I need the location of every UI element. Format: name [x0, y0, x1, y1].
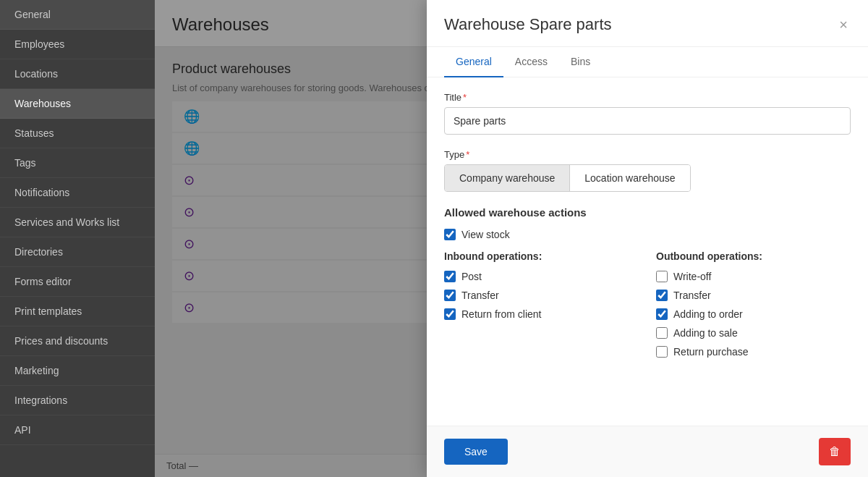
- outbound-op-row-add-order: Adding to order: [656, 308, 851, 320]
- sidebar-item-print-templates[interactable]: Print templates: [0, 297, 155, 326]
- main-content: Warehouses Product warehouses List of co…: [155, 0, 868, 477]
- sidebar-item-directories[interactable]: Directories: [0, 237, 155, 267]
- sidebar-item-prices-discounts[interactable]: Prices and discounts: [0, 326, 155, 356]
- trash-icon: 🗑: [829, 445, 841, 457]
- outbound-add-order-label: Adding to order: [673, 308, 743, 320]
- sidebar-item-employees[interactable]: Employees: [0, 30, 155, 59]
- inbound-post-checkbox[interactable]: [444, 271, 456, 282]
- company-warehouse-button[interactable]: Company warehouse: [445, 165, 570, 191]
- delete-button[interactable]: 🗑: [819, 438, 851, 465]
- outbound-op-row-add-sale: Adding to sale: [656, 327, 851, 339]
- sidebar-item-warehouses[interactable]: Warehouses: [0, 89, 155, 119]
- tab-general[interactable]: General: [444, 47, 503, 77]
- type-field-group: Type* Company warehouse Location warehou…: [444, 149, 851, 192]
- inbound-return-client-label: Return from client: [461, 308, 541, 320]
- modal-footer: Save 🗑: [427, 426, 868, 477]
- outbound-label: Outbound operations:: [656, 250, 851, 262]
- inbound-column: Inbound operations: PostTransferReturn f…: [444, 250, 639, 365]
- outbound-add-sale-label: Adding to sale: [673, 327, 738, 339]
- sidebar-item-general[interactable]: General: [0, 0, 155, 30]
- close-button[interactable]: ×: [836, 14, 851, 35]
- sidebar-item-services-works[interactable]: Services and Works list: [0, 208, 155, 237]
- view-stock-row: View stock: [444, 229, 851, 240]
- tab-bins[interactable]: Bins: [559, 47, 602, 77]
- inbound-op-row-return-client: Return from client: [444, 308, 639, 320]
- outbound-add-order-checkbox[interactable]: [656, 308, 668, 320]
- sidebar: GeneralEmployeesLocationsWarehousesStatu…: [0, 0, 155, 477]
- operations-grid: Inbound operations: PostTransferReturn f…: [444, 250, 851, 365]
- outbound-return-purchase-checkbox[interactable]: [656, 346, 668, 358]
- sidebar-item-tags[interactable]: Tags: [0, 148, 155, 178]
- sidebar-item-notifications[interactable]: Notifications: [0, 178, 155, 208]
- inbound-post-label: Post: [461, 271, 482, 282]
- save-button[interactable]: Save: [444, 439, 508, 465]
- inbound-op-row-transfer-in: Transfer: [444, 290, 639, 301]
- modal-header: Warehouse Spare parts ×: [427, 0, 868, 47]
- modal-title: Warehouse Spare parts: [444, 15, 612, 34]
- modal-tabs: GeneralAccessBins: [427, 47, 868, 77]
- tab-access[interactable]: Access: [503, 47, 559, 77]
- outbound-op-row-return-purchase: Return purchase: [656, 346, 851, 358]
- inbound-transfer-in-label: Transfer: [461, 290, 499, 301]
- actions-section-title: Allowed warehouse actions: [444, 206, 851, 219]
- outbound-writeoff-checkbox[interactable]: [656, 271, 668, 282]
- outbound-add-sale-checkbox[interactable]: [656, 327, 668, 339]
- inbound-transfer-in-checkbox[interactable]: [444, 290, 456, 301]
- title-field-group: Title*: [444, 92, 851, 135]
- type-buttons: Company warehouse Location warehouse: [444, 164, 691, 192]
- sidebar-item-statuses[interactable]: Statuses: [0, 119, 155, 148]
- outbound-transfer-out-label: Transfer: [673, 290, 711, 301]
- type-label: Type*: [444, 149, 851, 160]
- title-input[interactable]: [444, 107, 851, 135]
- warehouse-modal: Warehouse Spare parts × GeneralAccessBin…: [427, 0, 868, 477]
- view-stock-checkbox[interactable]: [444, 229, 456, 240]
- sidebar-item-api[interactable]: API: [0, 415, 155, 445]
- outbound-column: Outbound operations: Write-offTransferAd…: [656, 250, 851, 365]
- title-label: Title*: [444, 92, 851, 103]
- outbound-op-row-writeoff: Write-off: [656, 271, 851, 282]
- outbound-transfer-out-checkbox[interactable]: [656, 290, 668, 301]
- outbound-writeoff-label: Write-off: [673, 271, 711, 282]
- sidebar-item-forms-editor[interactable]: Forms editor: [0, 267, 155, 297]
- outbound-op-row-transfer-out: Transfer: [656, 290, 851, 301]
- inbound-label: Inbound operations:: [444, 250, 639, 262]
- view-stock-label: View stock: [461, 229, 510, 240]
- location-warehouse-button[interactable]: Location warehouse: [570, 165, 689, 191]
- sidebar-item-locations[interactable]: Locations: [0, 59, 155, 89]
- sidebar-item-integrations[interactable]: Integrations: [0, 386, 155, 415]
- sidebar-item-marketing[interactable]: Marketing: [0, 356, 155, 386]
- inbound-return-client-checkbox[interactable]: [444, 308, 456, 320]
- inbound-op-row-post: Post: [444, 271, 639, 282]
- modal-body: Title* Type* Company warehouse Location …: [427, 77, 868, 426]
- outbound-return-purchase-label: Return purchase: [673, 346, 749, 358]
